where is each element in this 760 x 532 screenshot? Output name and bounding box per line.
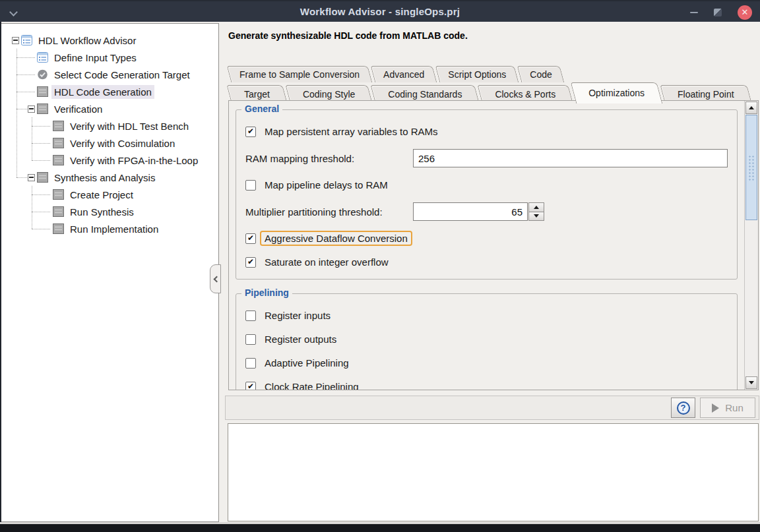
field-ram-mapping-threshold: RAM mapping threshold:	[245, 149, 728, 167]
tab-label: Coding Standards	[388, 89, 462, 100]
option-map-persistent-array-variables-to-rams[interactable]: Map persistent array variables to RAMs	[245, 125, 728, 138]
tree-collapse-button[interactable]	[210, 264, 221, 293]
tab-label: Code	[530, 69, 552, 80]
task-description: Generate synthesizable HDL code from MAT…	[228, 30, 468, 41]
option-saturate-on-integer-overflow[interactable]: Saturate on integer overflow	[245, 256, 728, 268]
field-multiplier-partitioning-threshold: Multiplier partitioning threshold:	[245, 202, 728, 221]
run-button[interactable]: Run	[700, 398, 755, 418]
tree-item-run-implementation[interactable]: Run Implementation	[1, 220, 218, 237]
tree-item-label: Verification	[51, 102, 105, 116]
tree-item-verification[interactable]: Verification	[1, 100, 218, 117]
tree-connector-stub	[16, 109, 27, 109]
tree-item-hdl-code-generation[interactable]: HDL Code Generation	[1, 83, 218, 100]
tree-item-label: HDL Workflow Advisor	[36, 34, 139, 47]
panel-icon	[53, 121, 64, 131]
tree-item-label: Verify with Cosimulation	[67, 136, 177, 150]
restore-icon[interactable]	[714, 9, 722, 16]
tree-connector-stub	[32, 194, 50, 195]
checkbox[interactable]	[245, 382, 256, 390]
tab-code[interactable]: Code	[519, 66, 562, 82]
help-icon: ?	[677, 401, 690, 415]
group-pipelining: PipeliningRegister inputsRegister output…	[236, 293, 738, 390]
tree-item-run-synthesis[interactable]: Run Synthesis	[1, 203, 218, 220]
tab-label: Optimizations	[588, 88, 645, 98]
tree-item-hdl-workflow-advisor[interactable]: HDL Workflow Advisor	[1, 32, 218, 49]
option-register-inputs[interactable]: Register inputs	[245, 309, 728, 322]
checkbox-label: Register outputs	[261, 333, 340, 345]
checkbox[interactable]	[245, 180, 256, 191]
collapse-expander-icon[interactable]	[28, 174, 35, 181]
tree-item-label: Create Project	[67, 188, 136, 202]
minimize-icon[interactable]	[690, 12, 698, 13]
collapse-expander-icon[interactable]	[28, 105, 35, 113]
multiplier-partitioning-threshold-input[interactable]	[413, 202, 528, 221]
panel-icon	[37, 86, 48, 97]
tab-label: Script Options	[448, 69, 506, 80]
tab-optimizations[interactable]: Optimizations	[573, 82, 660, 103]
scroll-up-icon[interactable]	[745, 102, 757, 114]
tab-label: Coding Style	[303, 89, 355, 100]
spinner-up-icon[interactable]	[528, 202, 544, 212]
checkbox-label: Saturate on integer overflow	[261, 256, 392, 268]
tree-item-verify-with-hdl-test-bench[interactable]: Verify with HDL Test Bench	[1, 117, 218, 134]
scrollbar-thumb[interactable]	[745, 115, 757, 220]
tree-item-verify-with-fpga-in-the-loop[interactable]: Verify with FPGA-in-the-Loop	[1, 152, 218, 169]
checkbox-label: Aggressive Dataflow Conversion	[261, 232, 411, 245]
checkbox[interactable]	[245, 334, 256, 345]
window-bottom-shadow	[0, 524, 760, 532]
chevron-left-icon	[213, 276, 220, 282]
close-icon[interactable]: ✕	[738, 5, 752, 20]
checkbox[interactable]	[245, 310, 256, 321]
checkbox[interactable]	[245, 233, 256, 244]
tree-item-define-input-types[interactable]: Define Input Types	[1, 49, 218, 66]
settings-tabs: Frame to Sample ConversionAdvancedScript…	[229, 66, 760, 103]
checkbox[interactable]	[245, 358, 256, 369]
tree-item-synthesis-and-analysis[interactable]: Synthesis and Analysis	[1, 169, 218, 186]
option-clock-rate-pipelining[interactable]: Clock Rate Pipelining	[245, 380, 728, 390]
tree-connector-stub	[32, 212, 50, 212]
workflow-tree: HDL Workflow AdvisorDefine Input TypesSe…	[1, 23, 219, 522]
group-title: General	[241, 103, 282, 114]
tab-label: Clocks & Ports	[495, 89, 555, 100]
tab-frame-to-sample-conversion[interactable]: Frame to Sample Conversion	[229, 66, 370, 82]
checkbox[interactable]	[245, 127, 256, 137]
panel-icon	[53, 206, 64, 217]
tab-advanced[interactable]: Advanced	[373, 66, 435, 82]
tree-item-label: Define Input Types	[51, 51, 139, 65]
option-register-outputs[interactable]: Register outputs	[245, 333, 728, 345]
tree-item-verify-with-cosimulation[interactable]: Verify with Cosimulation	[1, 134, 218, 152]
checkbox-label: Map persistent array variables to RAMs	[261, 125, 441, 138]
field-label: RAM mapping threshold:	[245, 153, 413, 164]
tree-item-label: Run Synthesis	[67, 205, 137, 219]
tree-connector-stub	[32, 160, 50, 161]
tree-item-select-code-generation-target[interactable]: Select Code Generation Target	[1, 66, 218, 83]
message-output-area[interactable]	[228, 423, 759, 521]
option-adaptive-pipelining[interactable]: Adaptive Pipelining	[245, 357, 728, 369]
checkbox[interactable]	[245, 257, 256, 268]
tree-connector-stub	[16, 57, 35, 58]
titlebar: Workflow Advisor - singleOps.prj ✕	[0, 0, 760, 22]
check-circle-icon	[37, 69, 48, 80]
tree-item-label: Synthesis and Analysis	[51, 171, 158, 185]
option-map-pipeline-delays-to-ram[interactable]: Map pipeline delays to RAM	[245, 179, 728, 191]
tab-label: Floating Point	[678, 89, 734, 100]
panel-icon	[53, 189, 64, 200]
panel-icon	[53, 223, 64, 234]
tab-script-options[interactable]: Script Options	[437, 66, 517, 82]
checkbox-label: Register inputs	[261, 309, 334, 322]
help-button[interactable]: ?	[671, 398, 695, 418]
tree-connector-stub	[16, 74, 35, 75]
scroll-down-icon[interactable]	[745, 376, 757, 389]
tree-connector-stub	[32, 126, 50, 127]
tree-connector-stub	[32, 229, 50, 229]
checkbox-label: Map pipeline delays to RAM	[261, 179, 391, 191]
spinner-down-icon[interactable]	[528, 212, 544, 222]
group-general: GeneralMap persistent array variables to…	[236, 109, 738, 280]
option-aggressive-dataflow-conversion[interactable]: Aggressive Dataflow Conversion	[245, 232, 728, 245]
options-scrollbar[interactable]	[744, 101, 758, 390]
spinner-buttons	[528, 202, 544, 221]
collapse-expander-icon[interactable]	[12, 37, 19, 44]
tree-item-create-project[interactable]: Create Project	[1, 186, 218, 203]
tab-label: Advanced	[383, 69, 424, 80]
ram-mapping-threshold-input[interactable]	[413, 149, 728, 167]
